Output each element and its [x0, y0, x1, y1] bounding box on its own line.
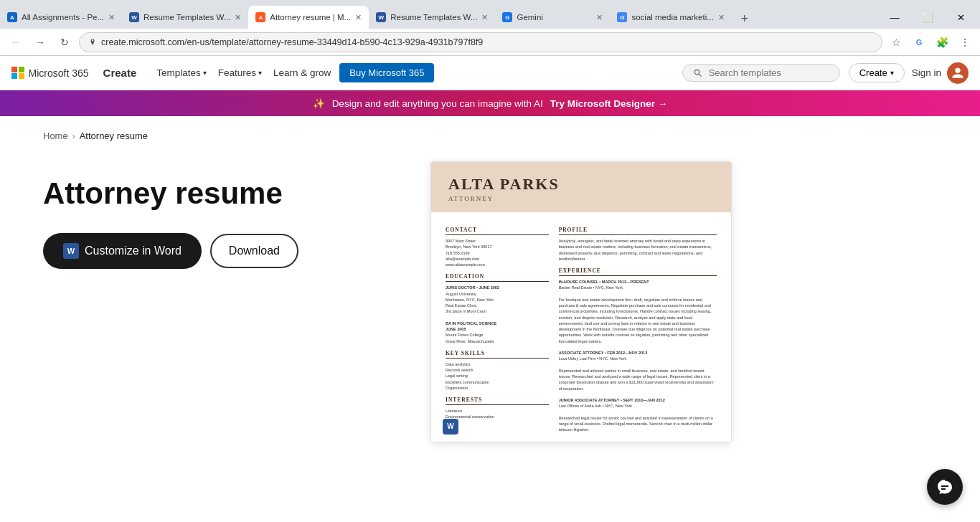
- contact-heading: CONTACT: [446, 227, 549, 235]
- tab-3-favicon: A: [255, 12, 265, 22]
- ms365-logo[interactable]: Microsoft 365: [11, 67, 89, 80]
- skills-heading: KEY SKILLS: [446, 350, 549, 359]
- tab-2[interactable]: W Resume Templates W... ✕: [122, 6, 248, 29]
- tab-6-label: social media marketi...: [631, 13, 713, 22]
- experience-text: IN-HOUSE COUNSEL • MARCH 2012—PRESENT Ba…: [559, 279, 717, 433]
- tab-1-label: All Assignments - Pe...: [22, 13, 104, 22]
- tab-5-favicon: G: [502, 12, 512, 22]
- promo-icon: ✨: [313, 98, 325, 109]
- nav-item-learn[interactable]: Learn & grow: [268, 65, 336, 81]
- promo-text: Design and edit anything you can imagine…: [332, 98, 543, 109]
- tab-4-favicon: W: [376, 12, 386, 22]
- resume-columns: CONTACT 9907 Main StreetBrooklyn, New Yo…: [446, 221, 717, 433]
- template-title: Attorney resume: [43, 176, 387, 212]
- resume-card: ALTA PARKS ATTORNEY CONTACT 9907 Main St…: [430, 161, 732, 442]
- tab-5[interactable]: G Gemini ✕: [495, 6, 610, 29]
- resume-body: CONTACT 9907 Main StreetBrooklyn, New Yo…: [431, 212, 731, 442]
- window-controls: — ⬜ ✕: [878, 6, 980, 29]
- main-nav: Microsoft 365 Create Templates ▾ Feature…: [0, 56, 980, 90]
- create-dropdown-chevron-icon: ▾: [890, 69, 894, 77]
- tab-2-favicon: W: [129, 12, 139, 22]
- address-input[interactable]: create.microsoft.com/en-us/template/atto…: [79, 32, 882, 52]
- close-button[interactable]: ✕: [944, 6, 977, 29]
- profile-text: Analytical, energetic, and detail orient…: [559, 238, 717, 262]
- chat-icon: [936, 478, 953, 495]
- templates-chevron-icon: ▾: [203, 69, 207, 77]
- tab-2-label: Resume Templates W...: [143, 13, 230, 22]
- education-heading: EDUCATION: [446, 273, 549, 282]
- more-options-icon[interactable]: ⋮: [956, 33, 974, 52]
- tab-2-close[interactable]: ✕: [230, 13, 241, 22]
- chat-fab-button[interactable]: [927, 469, 963, 505]
- nav-item-templates[interactable]: Templates ▾: [151, 65, 212, 81]
- word-icon: W: [63, 243, 79, 259]
- resume-left-column: CONTACT 9907 Main StreetBrooklyn, New Yo…: [446, 221, 549, 433]
- features-chevron-icon: ▾: [258, 69, 262, 77]
- breadcrumb-current: Attorney resume: [80, 130, 148, 141]
- promo-cta[interactable]: Try Microsoft Designer →: [550, 98, 668, 109]
- education-text: JURIS DOCTOR • JUNE 2002 August Universi…: [446, 285, 549, 344]
- tab-6-favicon: G: [617, 12, 627, 22]
- breadcrumb-separator: ›: [72, 131, 75, 141]
- breadcrumb: Home › Attorney resume: [43, 130, 937, 141]
- google-icon[interactable]: G: [910, 33, 928, 52]
- create-nav-link[interactable]: Create: [103, 67, 137, 79]
- search-input[interactable]: [709, 67, 824, 78]
- user-icon: [951, 67, 964, 80]
- nav-features-label: Features: [218, 67, 256, 78]
- profile-heading: PROFILE: [559, 227, 717, 235]
- tab-5-label: Gemini: [517, 13, 542, 22]
- new-tab-button[interactable]: +: [735, 9, 755, 29]
- download-button[interactable]: Download: [210, 234, 298, 268]
- tab-4[interactable]: W Resume Templates W... ✕: [369, 6, 495, 29]
- breadcrumb-home[interactable]: Home: [43, 130, 68, 141]
- resume-right-column: PROFILE Analytical, energetic, and detai…: [559, 221, 717, 433]
- tab-6-close[interactable]: ✕: [714, 13, 725, 22]
- tab-1[interactable]: A All Assignments - Pe... ✕: [0, 6, 122, 29]
- buy-microsoft-button[interactable]: Buy Microsoft 365: [339, 63, 434, 82]
- browser-chrome: A All Assignments - Pe... ✕ W Resume Tem…: [0, 0, 980, 56]
- nav-templates-label: Templates: [156, 67, 201, 78]
- tab-4-close[interactable]: ✕: [477, 13, 488, 22]
- tab-3[interactable]: A Attorney resume | M... ✕: [248, 6, 369, 29]
- tab-3-label: Attorney resume | M...: [270, 13, 351, 22]
- user-avatar[interactable]: [947, 62, 969, 84]
- nav-item-features[interactable]: Features ▾: [212, 65, 268, 81]
- resume-header: ALTA PARKS ATTORNEY: [431, 162, 731, 212]
- search-icon: [693, 68, 703, 78]
- action-buttons: W Customize in Word Download: [43, 233, 387, 269]
- skills-text: Data analyticsRecords searchLegal writin…: [446, 361, 549, 391]
- forward-button[interactable]: →: [30, 32, 50, 52]
- template-info: Attorney resume W Customize in Word Down…: [43, 161, 387, 269]
- sign-in-button[interactable]: Sign in: [912, 67, 941, 78]
- tab-4-label: Resume Templates W...: [390, 13, 477, 22]
- nav-learn-label: Learn & grow: [273, 67, 331, 78]
- template-layout: Attorney resume W Customize in Word Down…: [43, 161, 937, 442]
- customize-in-word-button[interactable]: W Customize in Word: [43, 233, 202, 269]
- word-badge: W: [443, 419, 458, 435]
- tab-5-close[interactable]: ✕: [592, 13, 603, 22]
- resume-job-title: ATTORNEY: [448, 195, 714, 202]
- experience-heading: EXPERIENCE: [559, 267, 717, 276]
- reload-button[interactable]: ↻: [55, 32, 75, 52]
- contact-text: 9907 Main StreetBrooklyn, New York 99017…: [446, 238, 549, 267]
- ms-grid-icon: [11, 67, 24, 80]
- tab-3-close[interactable]: ✕: [351, 13, 362, 22]
- extension-icon[interactable]: 🧩: [933, 33, 951, 52]
- search-box[interactable]: [682, 64, 840, 82]
- page-content: Home › Attorney resume Attorney resume W…: [0, 116, 980, 457]
- tab-bar: A All Assignments - Pe... ✕ W Resume Tem…: [0, 0, 980, 29]
- create-dropdown-label: Create: [859, 67, 887, 78]
- tab-1-close[interactable]: ✕: [104, 13, 115, 22]
- minimize-button[interactable]: —: [878, 6, 911, 29]
- tab-1-favicon: A: [7, 12, 17, 22]
- interests-heading: INTERESTS: [446, 397, 549, 405]
- maximize-button[interactable]: ⬜: [911, 6, 944, 29]
- bookmark-icon[interactable]: ☆: [887, 33, 905, 52]
- create-dropdown-button[interactable]: Create ▾: [849, 63, 905, 82]
- address-bar-row: ← → ↻ create.microsoft.com/en-us/templat…: [0, 29, 980, 56]
- back-button[interactable]: ←: [6, 32, 26, 52]
- tab-6[interactable]: G social media marketi... ✕: [610, 6, 731, 29]
- resume-preview: ALTA PARKS ATTORNEY CONTACT 9907 Main St…: [430, 161, 732, 442]
- customize-label: Customize in Word: [85, 245, 182, 257]
